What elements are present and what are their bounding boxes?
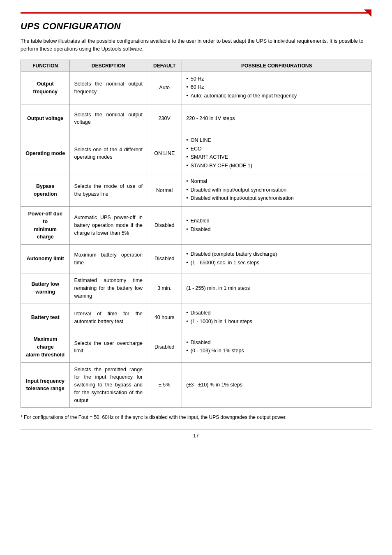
configurations-cell: Disabled (complete battery discharge)(1 … xyxy=(182,245,371,273)
function-cell: Bypass operation xyxy=(21,174,70,206)
table-row: Input frequencytolerance rangeSelects th… xyxy=(21,362,371,408)
bullet-item: ECO xyxy=(186,145,367,153)
configurations-cell: Disabled(0 - 103) % in 1% steps xyxy=(182,332,371,362)
bullet-item: Auto: automatic learning of the input fr… xyxy=(186,92,367,100)
bullet-item: Disabled without input/output synchronis… xyxy=(186,194,367,202)
function-cell: Autonomy limit xyxy=(21,245,70,273)
default-cell: 40 hours xyxy=(147,303,182,332)
bullet-item: (1 - 1000) h in 1 hour steps xyxy=(186,318,367,326)
page-title: UPS CONFIGURATION xyxy=(21,21,371,32)
configurations-cell: 220 - 240 in 1V steps xyxy=(182,104,371,133)
default-cell: Normal xyxy=(147,174,182,206)
default-cell: Disabled xyxy=(147,207,182,245)
configurations-cell: EnabledDisabled xyxy=(182,207,371,245)
bullet-item: Disabled xyxy=(186,226,367,234)
table-row: Operating modeSelects one of the 4 diffe… xyxy=(21,133,371,174)
col-header-function: FUNCTION xyxy=(21,60,70,72)
table-row: Power-off due tominimum chargeAutomatic … xyxy=(21,207,371,245)
table-row: Autonomy limitMaximum battery operation … xyxy=(21,245,371,273)
table-row: Battery lowwarningEstimated autonomy tim… xyxy=(21,273,371,303)
bullet-item: 60 Hz xyxy=(186,83,367,91)
function-cell: Input frequencytolerance range xyxy=(21,362,70,408)
default-cell: 230V xyxy=(147,104,182,133)
description-cell: Selects the permitted range for the inpu… xyxy=(70,362,147,408)
default-cell: ± 5% xyxy=(147,362,182,408)
bullet-item: (0 - 103) % in 1% steps xyxy=(186,347,367,355)
configurations-cell: 50 Hz60 HzAuto: automatic learning of th… xyxy=(182,72,371,104)
configurations-cell: (1 - 255) min. in 1 min steps xyxy=(182,273,371,303)
bullet-item: Normal xyxy=(186,178,367,185)
description-cell: Selects the nominal output voltage xyxy=(70,104,147,133)
function-cell: Maximum chargealarm threshold xyxy=(21,332,70,362)
function-cell: Output frequency xyxy=(21,72,70,104)
description-cell: Selects the nominal output frequency xyxy=(70,72,147,104)
configurations-cell: Disabled(1 - 1000) h in 1 hour steps xyxy=(182,303,371,332)
bullet-item: Disabled with input/output synchronisati… xyxy=(186,186,367,194)
configurations-cell: (±3 - ±10) % in 1% steps xyxy=(182,362,371,408)
bullet-item: ON LINE xyxy=(186,136,367,144)
description-cell: Selects the user overcharge limit xyxy=(70,332,147,362)
page-number: 17 xyxy=(21,429,371,439)
function-cell: Battery test xyxy=(21,303,70,332)
configurations-cell: NormalDisabled with input/output synchro… xyxy=(182,174,371,206)
description-cell: Selects one of the 4 different operating… xyxy=(70,133,147,174)
table-row: Bypass operationSelects the mode of use … xyxy=(21,174,371,206)
col-header-configurations: POSSIBLE CONFIGURATIONS xyxy=(182,60,371,72)
bullet-item: Disabled xyxy=(186,339,367,347)
function-cell: Operating mode xyxy=(21,133,70,174)
description-cell: Interval of time for the automatic batte… xyxy=(70,303,147,332)
top-bar xyxy=(21,12,371,14)
description-cell: Maximum battery operation time xyxy=(70,245,147,273)
bullet-item: (1 - 65000) sec. in 1 sec steps xyxy=(186,259,367,267)
default-cell: Disabled xyxy=(147,245,182,273)
config-table: FUNCTION DESCRIPTION DEFAULT POSSIBLE CO… xyxy=(21,60,371,408)
description-cell: Automatic UPS power-off in battery opera… xyxy=(70,207,147,245)
col-header-default: DEFAULT xyxy=(147,60,182,72)
default-cell: Disabled xyxy=(147,332,182,362)
bullet-item: Disabled xyxy=(186,309,367,317)
table-row: Output voltageSelects the nominal output… xyxy=(21,104,371,133)
bullet-item: Disabled (complete battery discharge) xyxy=(186,250,367,258)
configurations-cell: ON LINEECOSMART ACTIVESTAND-BY OFF (MODE… xyxy=(182,133,371,174)
default-cell: Auto xyxy=(147,72,182,104)
footnote: * For configurations of the Fout = 50, 6… xyxy=(21,414,371,421)
description-cell: Estimated autonomy time remaining for th… xyxy=(70,273,147,303)
function-cell: Power-off due tominimum charge xyxy=(21,207,70,245)
bullet-item: 50 Hz xyxy=(186,75,367,83)
col-header-description: DESCRIPTION xyxy=(70,60,147,72)
table-row: Battery testInterval of time for the aut… xyxy=(21,303,371,332)
bullet-item: Enabled xyxy=(186,217,367,225)
default-cell: ON LINE xyxy=(147,133,182,174)
function-cell: Battery lowwarning xyxy=(21,273,70,303)
table-row: Output frequencySelects the nominal outp… xyxy=(21,72,371,104)
intro-text: The table below illustrates all the poss… xyxy=(21,37,371,53)
bullet-item: STAND-BY OFF (MODE 1) xyxy=(186,162,367,170)
default-cell: 3 min. xyxy=(147,273,182,303)
bullet-item: SMART ACTIVE xyxy=(186,153,367,161)
description-cell: Selects the mode of use of the bypass li… xyxy=(70,174,147,206)
table-row: Maximum chargealarm thresholdSelects the… xyxy=(21,332,371,362)
function-cell: Output voltage xyxy=(21,104,70,133)
